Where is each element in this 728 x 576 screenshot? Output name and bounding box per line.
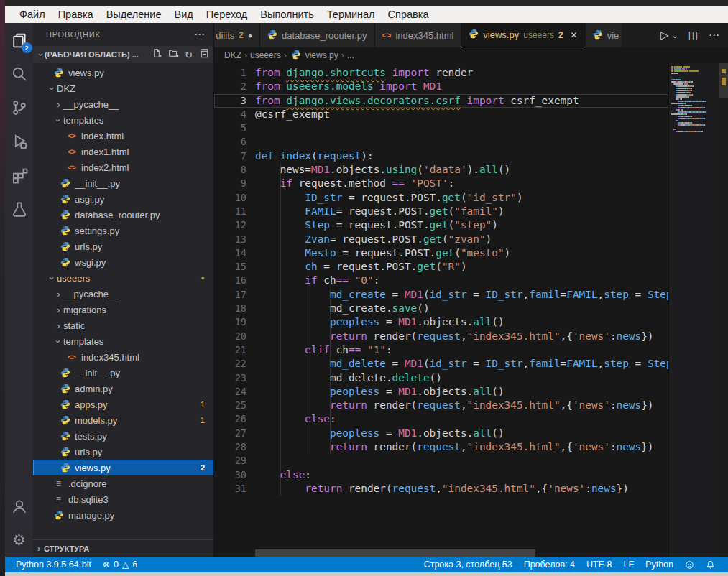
code-line-16[interactable]: 16 if ch== "0": <box>214 274 668 287</box>
tree-file-views.py[interactable]: views.py <box>33 65 213 80</box>
menu-item-переход[interactable]: Переход <box>200 6 254 23</box>
breadcrumb-segment-...[interactable]: ... <box>347 50 354 60</box>
code-line-10[interactable]: 10 ID_str = request.POST.get("id_str") <box>214 191 668 205</box>
tree-file-database_roouter.py[interactable]: database_roouter.py <box>33 207 213 223</box>
code-line-27[interactable]: 27 peopless = MD1.objects.all() <box>214 427 668 440</box>
code-line-24[interactable]: 24 peopless = MD1.objects.all() <box>214 385 668 399</box>
tree-file-apps.py[interactable]: apps.py1 <box>33 396 213 412</box>
horizontal-scrollbar-thumb[interactable] <box>255 549 535 557</box>
line-number[interactable]: 18 <box>214 302 246 315</box>
line-number[interactable]: 21 <box>214 343 246 357</box>
tree-file-views.py[interactable]: views.py2 <box>33 460 213 475</box>
line-number[interactable]: 30 <box>214 468 246 482</box>
line-number[interactable]: 13 <box>214 233 246 246</box>
line-number[interactable]: 7 <box>214 149 246 163</box>
menu-item-выделение[interactable]: Выделение <box>100 6 168 23</box>
testing-icon[interactable] <box>3 192 36 226</box>
line-number[interactable]: 19 <box>214 315 246 329</box>
tree-file-urls.py[interactable]: urls.py <box>33 238 213 254</box>
menu-item-справка[interactable]: Справка <box>382 6 436 23</box>
status-feedback-icon[interactable] <box>679 557 700 572</box>
line-number[interactable]: 26 <box>214 412 246 426</box>
workspace-section-header[interactable]: › (РАБОЧАЯ ОБЛАСТЬ) ... ↻ <box>33 46 213 63</box>
code-line-30[interactable]: 30 else: <box>214 468 668 482</box>
menu-item-файл[interactable]: Файл <box>13 6 52 23</box>
tree-file-index1.html[interactable]: <>index1.html <box>33 144 213 159</box>
status-language-mode[interactable]: Python <box>640 557 679 572</box>
tree-folder-DKZ[interactable]: ›DKZ <box>33 80 213 96</box>
status-encoding[interactable]: UTF-8 <box>581 557 617 572</box>
tree-file-asgi.py[interactable]: asgi.py <box>33 191 213 207</box>
code-line-9[interactable]: 9 if request.method == 'POST': <box>214 177 668 190</box>
line-number[interactable]: 5 <box>214 121 246 135</box>
line-number[interactable]: 4 <box>214 108 246 121</box>
code-line-20[interactable]: 20 return render(request,"index345.html"… <box>214 330 668 343</box>
code-line-13[interactable]: 13 Zvan= request.POST.get("zvan") <box>214 233 668 246</box>
line-number[interactable]: 17 <box>214 288 246 302</box>
tree-file-index345.html[interactable]: <>index345.html <box>33 349 213 365</box>
line-number[interactable]: 15 <box>214 260 246 274</box>
tree-folder-templates[interactable]: ›templates <box>33 333 213 349</box>
code-line-14[interactable]: 14 Mesto = request.POST.get("mesto") <box>214 246 668 260</box>
tree-file-__init__.py[interactable]: __init__.py <box>33 175 213 191</box>
code-line-8[interactable]: 8 news=MD1.objects.using('daata').all() <box>214 163 668 177</box>
source-control-icon[interactable] <box>3 90 36 124</box>
tree-file-__init__.py[interactable]: __init__.py <box>33 365 213 381</box>
line-number[interactable]: 20 <box>214 330 246 343</box>
status-indentation[interactable]: Пробелов: 4 <box>518 557 581 572</box>
tree-file-settings.py[interactable]: settings.py <box>33 223 213 238</box>
tree-file-admin.py[interactable]: admin.py <box>33 381 213 396</box>
explorer-icon[interactable]: 2 <box>3 23 36 57</box>
refresh-icon[interactable]: ↻ <box>185 48 193 61</box>
tree-folder-useeers[interactable]: ›useeers● <box>33 270 213 286</box>
code-line-15[interactable]: 15 ch = request.POST.get("R") <box>214 260 668 274</box>
code-line-3[interactable]: 3from django.views.decorators.csrf impor… <box>214 94 668 108</box>
tab-database_roouter.py[interactable]: database_roouter.py <box>260 23 375 47</box>
code-line-29[interactable]: 29 <box>214 454 668 468</box>
settings-gear-icon[interactable]: ⚙ <box>3 523 36 557</box>
status-cursor-position[interactable]: Строка 3, столбец 53 <box>418 557 518 572</box>
line-number[interactable]: 8 <box>214 163 246 177</box>
line-number[interactable]: 12 <box>214 218 246 232</box>
line-number[interactable]: 28 <box>214 440 246 454</box>
tab-diiits[interactable]: diiits2● <box>214 23 260 47</box>
tree-folder-__pycache__[interactable]: ›__pycache__ <box>33 286 213 302</box>
tree-file-wsgi.py[interactable]: wsgi.py <box>33 254 213 270</box>
status-python-interpreter[interactable]: Python 3.9.5 64-bit <box>10 557 97 572</box>
menu-item-выполнить[interactable]: Выполнить <box>254 6 320 23</box>
code-line-6[interactable]: 6 <box>214 135 668 149</box>
line-number[interactable]: 24 <box>214 385 246 399</box>
line-number[interactable]: 29 <box>214 454 246 468</box>
line-number[interactable]: 6 <box>214 135 246 149</box>
menu-item-вид[interactable]: Вид <box>167 6 199 23</box>
tree-file-models.py[interactable]: models.py1 <box>33 412 213 428</box>
line-number[interactable]: 3 <box>214 94 246 108</box>
code-line-2[interactable]: 2from useeers.models import MD1 <box>214 80 668 93</box>
extensions-icon[interactable] <box>3 158 36 192</box>
breadcrumb-segment-useeers[interactable]: useeers <box>250 50 281 60</box>
run-button[interactable]: ▷ <box>660 29 669 42</box>
tree-file-tests.py[interactable]: tests.py <box>33 428 213 444</box>
tab-index345.html[interactable]: <>index345.html <box>375 23 462 47</box>
code-line-11[interactable]: 11 FAMIL= request.POST.get("famil") <box>214 205 668 218</box>
tree-folder-migrations[interactable]: ›migrations <box>33 302 213 317</box>
run-dropdown-chevron[interactable]: ⌄ <box>672 31 678 40</box>
line-number[interactable]: 23 <box>214 371 246 385</box>
code-line-31[interactable]: 31 return render(request,"index345.html"… <box>214 482 668 496</box>
tab-vie[interactable]: vie <box>586 23 622 47</box>
code-line-12[interactable]: 12 Step = request.POST.get("step") <box>214 218 668 232</box>
code-line-4[interactable]: 4@csrf_exempt <box>214 108 668 121</box>
code-line-1[interactable]: 1from django.shortcuts import render <box>214 66 668 80</box>
new-file-icon[interactable] <box>152 48 162 62</box>
status-problems[interactable]: ⊗0△6 <box>97 557 143 572</box>
code-line-17[interactable]: 17 md_create = MD1(id_str = ID_str,famil… <box>214 288 668 302</box>
line-number[interactable]: 31 <box>214 482 246 496</box>
line-number[interactable]: 11 <box>214 205 246 218</box>
breadcrumb-segment-DKZ[interactable]: DKZ <box>224 50 241 60</box>
code-line-21[interactable]: 21 elif ch== "1": <box>214 343 668 357</box>
outline-section-header[interactable]: › СТРУКТУРА <box>33 539 213 557</box>
status-notifications-bell-icon[interactable] <box>700 557 721 572</box>
line-number[interactable]: 2 <box>214 80 246 93</box>
tab-views.py[interactable]: views.pyuseeers2✕ <box>461 23 585 47</box>
status-eol[interactable]: LF <box>617 557 640 572</box>
